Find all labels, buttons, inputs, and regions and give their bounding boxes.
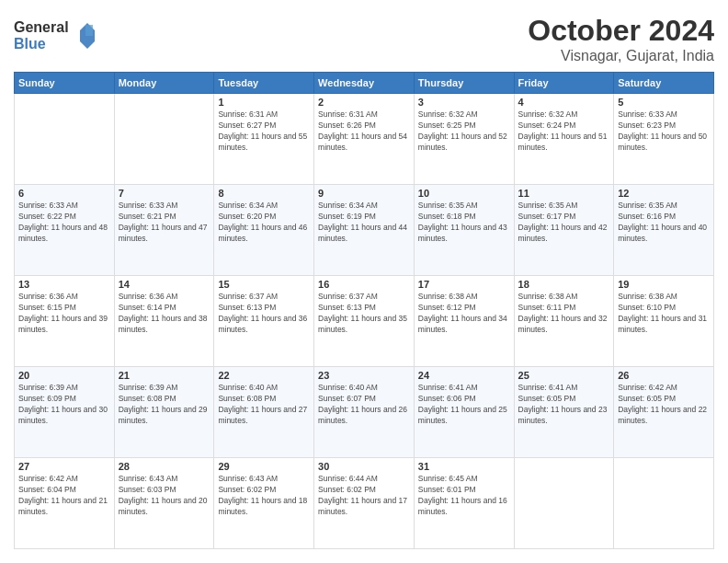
day-number: 27: [18, 461, 110, 472]
calendar-cell: 27Sunrise: 6:42 AM Sunset: 6:04 PM Dayli…: [15, 458, 115, 549]
cell-info: Sunrise: 6:32 AM Sunset: 6:25 PM Dayligh…: [418, 109, 510, 154]
calendar-cell: 21Sunrise: 6:39 AM Sunset: 6:08 PM Dayli…: [114, 367, 214, 458]
cell-info: Sunrise: 6:33 AM Sunset: 6:21 PM Dayligh…: [119, 201, 210, 245]
calendar-cell: 16Sunrise: 6:37 AM Sunset: 6:13 PM Dayli…: [314, 276, 415, 367]
day-number: 28: [119, 461, 210, 472]
cell-info: Sunrise: 6:40 AM Sunset: 6:08 PM Dayligh…: [218, 383, 310, 427]
day-number: 7: [119, 188, 210, 199]
calendar-cell: [114, 94, 214, 185]
day-number: 16: [318, 279, 410, 290]
location-title: Visnagar, Gujarat, India: [528, 48, 714, 64]
calendar-cell: [614, 458, 714, 549]
cell-info: Sunrise: 6:31 AM Sunset: 6:27 PM Dayligh…: [218, 109, 310, 154]
calendar-cell: 11Sunrise: 6:35 AM Sunset: 6:17 PM Dayli…: [514, 185, 614, 276]
day-number: 25: [518, 370, 610, 381]
calendar-cell: 15Sunrise: 6:37 AM Sunset: 6:13 PM Dayli…: [214, 276, 314, 367]
calendar-cell: 28Sunrise: 6:43 AM Sunset: 6:03 PM Dayli…: [114, 458, 214, 549]
calendar-week-4: 20Sunrise: 6:39 AM Sunset: 6:09 PM Dayli…: [15, 367, 714, 458]
page: General Blue October 2024 Visnagar, Guja…: [0, 0, 728, 563]
cell-info: Sunrise: 6:40 AM Sunset: 6:07 PM Dayligh…: [318, 383, 410, 427]
weekday-header-monday: Monday: [114, 73, 214, 94]
calendar-cell: 25Sunrise: 6:41 AM Sunset: 6:05 PM Dayli…: [514, 367, 614, 458]
logo-text: General Blue: [14, 14, 97, 59]
header: General Blue October 2024 Visnagar, Guja…: [14, 14, 714, 64]
day-number: 19: [618, 279, 710, 290]
calendar-cell: 24Sunrise: 6:41 AM Sunset: 6:06 PM Dayli…: [414, 367, 514, 458]
day-number: 12: [618, 188, 710, 199]
day-number: 13: [18, 279, 110, 290]
cell-info: Sunrise: 6:38 AM Sunset: 6:11 PM Dayligh…: [518, 292, 610, 336]
cell-info: Sunrise: 6:33 AM Sunset: 6:22 PM Dayligh…: [18, 201, 110, 245]
day-number: 10: [418, 188, 510, 199]
cell-info: Sunrise: 6:39 AM Sunset: 6:09 PM Dayligh…: [18, 383, 110, 427]
day-number: 11: [518, 188, 610, 199]
calendar-cell: 31Sunrise: 6:45 AM Sunset: 6:01 PM Dayli…: [414, 458, 514, 549]
calendar-cell: 29Sunrise: 6:43 AM Sunset: 6:02 PM Dayli…: [214, 458, 314, 549]
weekday-header-row: SundayMondayTuesdayWednesdayThursdayFrid…: [15, 73, 714, 94]
cell-info: Sunrise: 6:34 AM Sunset: 6:20 PM Dayligh…: [218, 201, 310, 245]
cell-info: Sunrise: 6:39 AM Sunset: 6:08 PM Dayligh…: [119, 383, 210, 427]
day-number: 29: [218, 461, 310, 472]
day-number: 4: [518, 97, 610, 108]
calendar-cell: 30Sunrise: 6:44 AM Sunset: 6:02 PM Dayli…: [314, 458, 415, 549]
weekday-header-wednesday: Wednesday: [314, 73, 415, 94]
cell-info: Sunrise: 6:38 AM Sunset: 6:12 PM Dayligh…: [418, 292, 510, 336]
cell-info: Sunrise: 6:38 AM Sunset: 6:10 PM Dayligh…: [618, 292, 710, 336]
cell-info: Sunrise: 6:36 AM Sunset: 6:15 PM Dayligh…: [18, 292, 110, 336]
cell-info: Sunrise: 6:34 AM Sunset: 6:19 PM Dayligh…: [318, 201, 410, 245]
calendar-cell: 5Sunrise: 6:33 AM Sunset: 6:23 PM Daylig…: [614, 94, 714, 185]
day-number: 14: [119, 279, 210, 290]
calendar-cell: 8Sunrise: 6:34 AM Sunset: 6:20 PM Daylig…: [214, 185, 314, 276]
calendar-week-1: 1Sunrise: 6:31 AM Sunset: 6:27 PM Daylig…: [15, 94, 714, 185]
day-number: 23: [318, 370, 410, 381]
cell-info: Sunrise: 6:41 AM Sunset: 6:06 PM Dayligh…: [418, 383, 510, 427]
cell-info: Sunrise: 6:44 AM Sunset: 6:02 PM Dayligh…: [318, 474, 410, 518]
calendar-cell: 26Sunrise: 6:42 AM Sunset: 6:05 PM Dayli…: [614, 367, 714, 458]
calendar-cell: 23Sunrise: 6:40 AM Sunset: 6:07 PM Dayli…: [314, 367, 415, 458]
calendar-cell: 18Sunrise: 6:38 AM Sunset: 6:11 PM Dayli…: [514, 276, 614, 367]
cell-info: Sunrise: 6:36 AM Sunset: 6:14 PM Dayligh…: [119, 292, 210, 336]
calendar-cell: [514, 458, 614, 549]
calendar-cell: 10Sunrise: 6:35 AM Sunset: 6:18 PM Dayli…: [414, 185, 514, 276]
month-title: October 2024: [528, 14, 714, 48]
cell-info: Sunrise: 6:35 AM Sunset: 6:17 PM Dayligh…: [518, 201, 610, 245]
day-number: 5: [618, 97, 710, 108]
day-number: 20: [18, 370, 110, 381]
day-number: 22: [218, 370, 310, 381]
day-number: 31: [418, 461, 510, 472]
calendar-cell: [15, 94, 115, 185]
day-number: 18: [518, 279, 610, 290]
day-number: 2: [318, 97, 410, 108]
calendar-cell: 13Sunrise: 6:36 AM Sunset: 6:15 PM Dayli…: [15, 276, 115, 367]
cell-info: Sunrise: 6:42 AM Sunset: 6:05 PM Dayligh…: [618, 383, 710, 427]
title-section: October 2024 Visnagar, Gujarat, India: [528, 14, 714, 64]
calendar-cell: 17Sunrise: 6:38 AM Sunset: 6:12 PM Dayli…: [414, 276, 514, 367]
cell-info: Sunrise: 6:37 AM Sunset: 6:13 PM Dayligh…: [218, 292, 310, 336]
weekday-header-saturday: Saturday: [614, 73, 714, 94]
cell-info: Sunrise: 6:31 AM Sunset: 6:26 PM Dayligh…: [318, 109, 410, 154]
cell-info: Sunrise: 6:45 AM Sunset: 6:01 PM Dayligh…: [418, 474, 510, 518]
calendar-cell: 20Sunrise: 6:39 AM Sunset: 6:09 PM Dayli…: [15, 367, 115, 458]
cell-info: Sunrise: 6:35 AM Sunset: 6:18 PM Dayligh…: [418, 201, 510, 245]
calendar-cell: 22Sunrise: 6:40 AM Sunset: 6:08 PM Dayli…: [214, 367, 314, 458]
weekday-header-tuesday: Tuesday: [214, 73, 314, 94]
calendar-cell: 4Sunrise: 6:32 AM Sunset: 6:24 PM Daylig…: [514, 94, 614, 185]
weekday-header-thursday: Thursday: [414, 73, 514, 94]
day-number: 1: [218, 97, 310, 108]
cell-info: Sunrise: 6:32 AM Sunset: 6:24 PM Dayligh…: [518, 109, 610, 154]
day-number: 15: [218, 279, 310, 290]
calendar-week-5: 27Sunrise: 6:42 AM Sunset: 6:04 PM Dayli…: [15, 458, 714, 549]
cell-info: Sunrise: 6:37 AM Sunset: 6:13 PM Dayligh…: [318, 292, 410, 336]
calendar-cell: 1Sunrise: 6:31 AM Sunset: 6:27 PM Daylig…: [214, 94, 314, 185]
cell-info: Sunrise: 6:42 AM Sunset: 6:04 PM Dayligh…: [18, 474, 110, 518]
day-number: 26: [618, 370, 710, 381]
calendar-cell: 6Sunrise: 6:33 AM Sunset: 6:22 PM Daylig…: [15, 185, 115, 276]
calendar-cell: 7Sunrise: 6:33 AM Sunset: 6:21 PM Daylig…: [114, 185, 214, 276]
day-number: 17: [418, 279, 510, 290]
calendar-cell: 12Sunrise: 6:35 AM Sunset: 6:16 PM Dayli…: [614, 185, 714, 276]
logo: General Blue: [14, 14, 97, 59]
cell-info: Sunrise: 6:33 AM Sunset: 6:23 PM Dayligh…: [618, 109, 710, 154]
day-number: 8: [218, 188, 310, 199]
day-number: 21: [119, 370, 210, 381]
cell-info: Sunrise: 6:41 AM Sunset: 6:05 PM Dayligh…: [518, 383, 610, 427]
